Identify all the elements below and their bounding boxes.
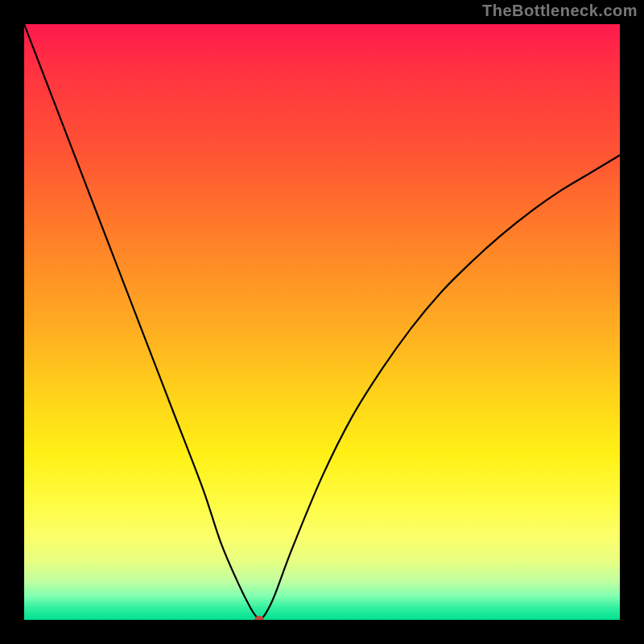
bottleneck-curve: [24, 24, 620, 620]
plot-area: [24, 24, 620, 620]
chart-frame: TheBottleneck.com: [0, 0, 644, 644]
minimum-marker: [254, 616, 264, 620]
curve-svg: [24, 24, 620, 620]
watermark-text: TheBottleneck.com: [482, 2, 638, 20]
